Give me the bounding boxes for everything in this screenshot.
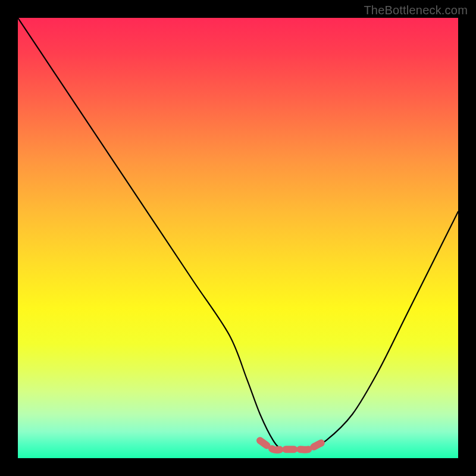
watermark-text: TheBottleneck.com (364, 4, 468, 17)
bottleneck-curve (18, 18, 458, 450)
curve-layer (18, 18, 458, 458)
highlighted-segment (260, 440, 326, 450)
chart-frame: TheBottleneck.com (0, 0, 476, 476)
plot-area (18, 18, 458, 458)
